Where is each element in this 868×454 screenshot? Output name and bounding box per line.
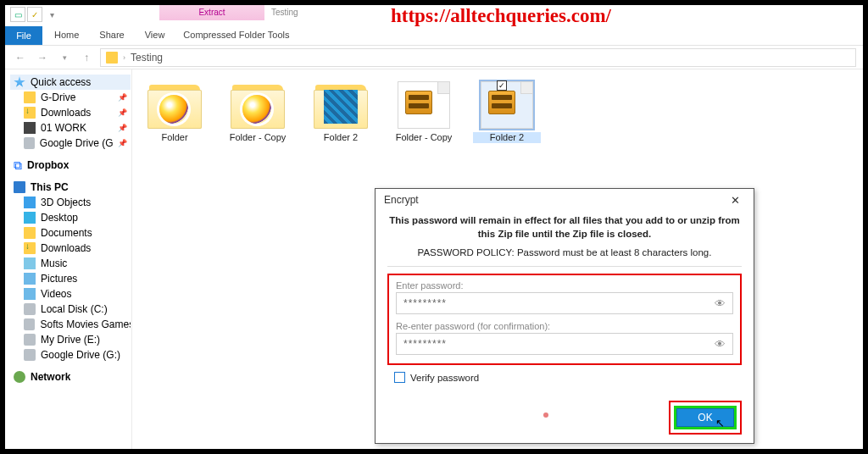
tile-label: Folder: [141, 132, 209, 143]
drive-icon: [24, 334, 36, 346]
sidebar-item-3d[interactable]: 3D Objects: [10, 195, 131, 210]
file-tile-selected[interactable]: ✓ Folder 2: [473, 81, 541, 143]
quick-access-toolbar: ▭ ✓ ▾: [10, 7, 59, 22]
sidebar-label: Google Drive (G:): [40, 137, 113, 149]
explorer-window: ▭ ✓ ▾ Extract Testing https://alltechque…: [5, 5, 863, 449]
sidebar-label: Network: [31, 371, 70, 383]
tab-compressed-tools[interactable]: Compressed Folder Tools: [175, 26, 298, 45]
sidebar-item-mydrive[interactable]: My Drive (E:): [10, 332, 131, 347]
eye-icon[interactable]: 👁: [715, 338, 726, 351]
address-bar: ← → ▾ ↑ › Testing: [5, 46, 863, 69]
videos-icon: [24, 288, 36, 300]
network-icon: [14, 371, 25, 383]
pin-icon: 📌: [118, 124, 127, 132]
close-icon[interactable]: ✕: [721, 191, 748, 208]
sidebar-label: 3D Objects: [41, 197, 91, 208]
sidebar-dropbox[interactable]: ⧉Dropbox: [10, 158, 131, 173]
work-icon: [24, 122, 36, 134]
sidebar-item-documents[interactable]: Documents: [10, 225, 131, 241]
sidebar-item-pictures[interactable]: Pictures: [10, 271, 131, 286]
drive-icon: [24, 349, 36, 361]
sidebar-item-videos[interactable]: Videos: [10, 286, 131, 302]
sidebar-item-work[interactable]: 01 WORK📌: [10, 120, 131, 136]
downloads-icon: [24, 242, 36, 254]
recording-dot-icon: [543, 412, 548, 418]
star-icon: [14, 76, 25, 88]
qat-properties-icon[interactable]: ▭: [10, 7, 25, 22]
drive-icon: [24, 137, 35, 149]
dialog-message: This password will remain in effect for …: [387, 214, 742, 241]
confirm-password-field-row: 👁: [396, 333, 733, 355]
sidebar-label: G-Drive: [41, 91, 75, 103]
music-icon: [24, 257, 36, 269]
sidebar-label: This PC: [31, 181, 69, 193]
tile-label: Folder 2: [473, 132, 541, 143]
sidebar-item-gdrive[interactable]: G-Drive📌: [10, 90, 131, 105]
folder-icon: [24, 91, 36, 103]
sidebar-item-localc[interactable]: Local Disk (C:): [10, 302, 131, 317]
verify-password-checkbox[interactable]: [394, 372, 405, 383]
password-input[interactable]: [403, 297, 715, 309]
qat-dropdown-icon[interactable]: ▾: [44, 7, 59, 22]
tab-file[interactable]: File: [5, 26, 42, 45]
dialog-body: This password will remain in effect for …: [376, 211, 754, 391]
file-tile[interactable]: Folder 2: [307, 81, 375, 143]
breadcrumb-segment[interactable]: Testing: [131, 52, 163, 64]
sidebar-label: Documents: [41, 227, 92, 239]
watermark-url: https://alltechqueries.com/: [391, 5, 611, 27]
sidebar-item-gdriveg[interactable]: Google Drive (G:): [10, 347, 131, 363]
tab-share[interactable]: Share: [89, 26, 134, 45]
eye-icon[interactable]: 👁: [715, 297, 726, 310]
breadcrumb[interactable]: › Testing: [100, 48, 856, 67]
nav-back-icon[interactable]: ←: [12, 49, 29, 66]
folder-icon: [106, 52, 118, 64]
pin-icon: 📌: [118, 139, 127, 147]
pin-icon: 📌: [118, 93, 127, 102]
nav-forward-icon[interactable]: →: [34, 49, 51, 66]
zip-file-icon: [398, 81, 450, 129]
folder-preview-icon: [242, 95, 271, 124]
nav-pane: Quick access G-Drive📌 Downloads📌 01 WORK…: [5, 69, 132, 449]
selection-check-icon[interactable]: ✓: [497, 80, 507, 91]
reenter-password-label: Re-enter password (for confirmation):: [396, 321, 733, 331]
sidebar-quick-access[interactable]: Quick access: [10, 75, 131, 90]
dialog-title: Encrypt: [384, 194, 419, 206]
qat-newfolder-icon[interactable]: ✓: [27, 7, 42, 22]
tab-view[interactable]: View: [135, 26, 175, 45]
sidebar-this-pc[interactable]: This PC: [10, 180, 131, 195]
sidebar-label: Downloads: [41, 107, 91, 119]
sidebar-item-softs[interactable]: Softs Movies Games: [10, 317, 131, 332]
sidebar-label: Videos: [41, 288, 71, 300]
file-tile[interactable]: Folder: [141, 81, 209, 143]
sidebar-item-googledrive[interactable]: Google Drive (G:)📌: [10, 136, 131, 151]
nav-recent-icon[interactable]: ▾: [56, 49, 73, 66]
verify-password-label: Verify password: [410, 373, 479, 383]
dropbox-icon: ⧉: [14, 158, 22, 173]
file-tile[interactable]: Folder - Copy: [390, 81, 458, 143]
encrypt-dialog: Encrypt ✕ This password will remain in e…: [375, 188, 754, 444]
sidebar-item-music[interactable]: Music: [10, 256, 131, 271]
separator: [387, 266, 742, 267]
nav-up-icon[interactable]: ↑: [78, 49, 95, 66]
tile-label: Folder - Copy: [224, 132, 292, 143]
ribbon-tabs: File Home Share View Compressed Folder T…: [5, 19, 298, 45]
file-tile[interactable]: Folder - Copy: [224, 81, 292, 143]
pin-icon: 📌: [118, 108, 127, 117]
confirm-password-input[interactable]: [403, 338, 715, 350]
contextual-tab-extract[interactable]: Extract: [159, 5, 264, 20]
tab-home[interactable]: Home: [44, 26, 89, 45]
tile-label: Folder - Copy: [390, 132, 458, 143]
verify-password-row: Verify password: [387, 372, 742, 383]
sidebar-item-downloads[interactable]: Downloads📌: [10, 105, 131, 120]
sidebar-network[interactable]: Network: [10, 369, 131, 385]
sidebar-item-downloads2[interactable]: Downloads: [10, 241, 131, 256]
desktop-icon: [24, 212, 36, 224]
sidebar-label: Quick access: [31, 76, 91, 88]
highlighted-ok-area: OK ↖: [669, 401, 742, 435]
folder-icon: [24, 227, 36, 239]
items-grid: Folder Folder - Copy Folder 2 Folder - C…: [141, 81, 854, 143]
highlighted-password-area: Enter password: 👁 Re-enter password (for…: [387, 274, 742, 365]
sidebar-item-desktop[interactable]: Desktop: [10, 210, 131, 225]
ok-button[interactable]: OK ↖: [676, 408, 734, 427]
tile-label: Folder 2: [307, 132, 375, 143]
